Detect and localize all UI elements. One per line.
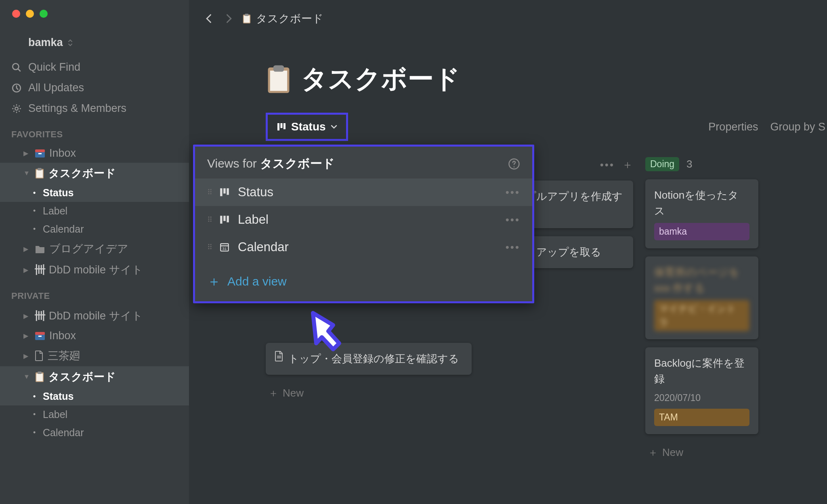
board-icon xyxy=(219,187,230,197)
workspace-name: bamka xyxy=(28,36,63,49)
page-icon[interactable] xyxy=(266,64,292,94)
svg-rect-20 xyxy=(270,70,287,90)
caret-right-icon: ▶ xyxy=(23,149,31,157)
sidebar-subitem-calendar[interactable]: • Calendar xyxy=(0,220,189,238)
sidebar-private-sub-status[interactable]: • Status xyxy=(0,387,189,405)
svg-rect-15 xyxy=(38,372,42,374)
page-icon xyxy=(35,351,44,361)
svg-rect-27 xyxy=(223,188,225,193)
clipboard-icon xyxy=(242,13,251,24)
svg-rect-5 xyxy=(35,149,45,152)
column-count: 3 xyxy=(686,158,692,170)
sidebar-private-inbox[interactable]: ▶ Inbox xyxy=(0,326,189,345)
svg-rect-24 xyxy=(283,123,285,129)
views-popup: Views for タスクボード ⠿ Status ••• ⠿ Label ••… xyxy=(193,145,534,303)
status-badge: Doing xyxy=(645,157,679,171)
inbox-icon xyxy=(35,332,45,340)
favorites-label: FAVORITES xyxy=(0,119,189,144)
breadcrumb[interactable]: タスクボード xyxy=(242,11,323,26)
window-traffic-lights[interactable] xyxy=(12,10,48,18)
all-updates[interactable]: All Updates xyxy=(0,78,189,98)
sidebar-item-blog-ideas[interactable]: ▶ ブログアイデア xyxy=(0,238,189,259)
chevron-updown-icon xyxy=(67,39,73,47)
caret-down-icon: ▼ xyxy=(23,373,31,380)
board-card[interactable]: Notionを使ったタス bamka xyxy=(645,179,758,248)
view-item-calendar[interactable]: ⠿ 31 Calendar ••• xyxy=(195,233,532,261)
private-label: PRIVATE xyxy=(0,280,189,305)
back-button[interactable] xyxy=(204,13,215,24)
new-card-button[interactable]: ＋ New xyxy=(645,442,758,463)
sidebar-private-dbd[interactable]: ▶ 卌 DbD mobile サイト xyxy=(0,305,189,326)
clipboard-icon xyxy=(35,168,44,179)
drag-handle-icon[interactable]: ⠿ xyxy=(207,215,211,224)
page-title-text[interactable]: タスクボード xyxy=(301,61,460,97)
svg-rect-6 xyxy=(38,153,42,154)
svg-point-0 xyxy=(13,63,19,69)
sidebar-item-dbd-mobile[interactable]: ▶ 卌 DbD mobile サイト xyxy=(0,259,189,280)
inbox-icon xyxy=(35,149,45,158)
view-item-label[interactable]: ⠿ Label ••• xyxy=(195,206,532,233)
new-card-button[interactable]: ＋ New xyxy=(266,383,472,403)
svg-rect-4 xyxy=(35,151,45,158)
caret-down-icon: ▼ xyxy=(23,170,31,177)
caret-right-icon: ▶ xyxy=(23,352,31,360)
caret-right-icon: ▶ xyxy=(23,245,31,253)
help-icon[interactable] xyxy=(508,158,520,170)
properties-button[interactable]: Properties xyxy=(708,121,758,133)
view-item-more-icon[interactable]: ••• xyxy=(506,186,520,199)
views-popup-header: Views for タスクボード xyxy=(195,147,532,178)
clock-icon xyxy=(11,83,22,93)
view-tab-status[interactable]: Status xyxy=(266,113,348,141)
svg-rect-9 xyxy=(38,168,42,170)
board-card[interactable]: Backlogに案件を登録 2020/07/10 TAM xyxy=(645,347,758,434)
column-add-icon[interactable]: ＋ xyxy=(622,157,633,172)
plus-icon: ＋ xyxy=(207,272,221,291)
svg-rect-18 xyxy=(245,14,248,16)
page-title: タスクボード xyxy=(189,37,827,113)
clipboard-icon xyxy=(35,371,44,382)
minimize-window[interactable] xyxy=(26,10,34,18)
calendar-icon: 31 xyxy=(219,242,230,252)
svg-point-3 xyxy=(15,107,18,110)
column-more-icon[interactable]: ••• xyxy=(600,159,615,171)
maximize-window[interactable] xyxy=(40,10,48,18)
sidebar-subitem-status[interactable]: • Status xyxy=(0,184,189,202)
svg-rect-10 xyxy=(35,334,45,340)
view-item-more-icon[interactable]: ••• xyxy=(506,214,520,226)
close-window[interactable] xyxy=(12,10,20,18)
sidebar-item-inbox[interactable]: ▶ Inbox xyxy=(0,144,189,163)
sidebar-private-taskboard[interactable]: ▼ タスクボード xyxy=(0,366,189,387)
tally-icon: 卌 xyxy=(35,262,45,277)
sidebar-private-sancha[interactable]: ▶ 三茶廻 xyxy=(0,345,189,366)
svg-rect-12 xyxy=(38,336,42,337)
quick-find[interactable]: Quick Find xyxy=(0,57,189,78)
tag-badge: マイナビ・イントラ xyxy=(654,300,749,331)
svg-rect-8 xyxy=(36,170,43,178)
settings-members[interactable]: Settings & Members xyxy=(0,98,189,119)
page-icon xyxy=(275,351,283,361)
svg-rect-22 xyxy=(277,123,279,130)
sidebar-private-sub-calendar[interactable]: • Calendar xyxy=(0,424,189,442)
sidebar-item-taskboard[interactable]: ▼ タスクボード xyxy=(0,163,189,184)
board-card[interactable]: 保育所のページをxxx 作する マイナビ・イントラ xyxy=(645,256,758,339)
board-column-doing: Doing 3 Notionを使ったタス bamka 保育所のページをxxx 作… xyxy=(645,157,758,463)
view-item-more-icon[interactable]: ••• xyxy=(506,241,520,254)
board-icon xyxy=(219,214,230,225)
svg-rect-29 xyxy=(220,216,222,224)
forward-button[interactable] xyxy=(223,13,234,24)
svg-rect-11 xyxy=(35,332,45,335)
sidebar-subitem-label[interactable]: • Label xyxy=(0,202,189,220)
workspace-switcher[interactable]: bamka xyxy=(0,32,189,57)
drag-handle-icon[interactable]: ⠿ xyxy=(207,243,211,252)
database-toolbar: Properties Group by S xyxy=(708,121,827,133)
tag-badge: TAM xyxy=(654,409,749,426)
drag-handle-icon[interactable]: ⠿ xyxy=(207,188,211,197)
search-icon xyxy=(11,62,22,73)
sidebar-private-sub-label[interactable]: • Label xyxy=(0,405,189,424)
tally-icon: 卌 xyxy=(35,309,45,323)
add-view-button[interactable]: ＋ Add a view xyxy=(195,261,532,300)
group-by-button[interactable]: Group by S xyxy=(770,121,825,133)
topbar: タスクボード xyxy=(189,0,827,37)
view-item-status[interactable]: ⠿ Status ••• xyxy=(195,178,532,206)
tag-badge: bamka xyxy=(654,223,749,240)
